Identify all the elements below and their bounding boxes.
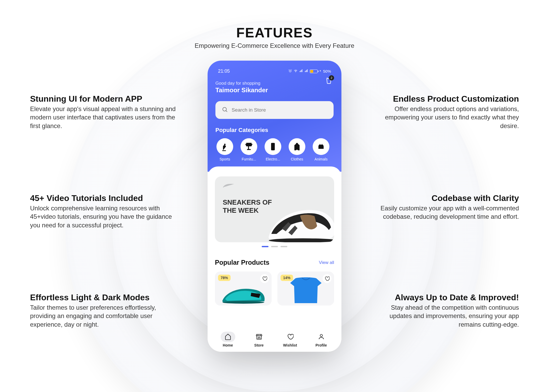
search-icon [222, 106, 228, 114]
profile-icon [318, 333, 325, 341]
username: Taimoor Sikander [215, 87, 334, 94]
nav-store[interactable]: Store [252, 332, 266, 347]
svg-point-9 [223, 107, 226, 111]
signal-icon [299, 69, 303, 73]
feature-body: Elevate your app's visual appeal with a … [30, 105, 176, 130]
nav-label: Wishlist [283, 343, 297, 347]
feature-light-dark: Effortless Light & Dark Modes Tailor the… [30, 293, 176, 329]
discount-badge: 78% [218, 275, 231, 281]
feature-body: Unlock comprehensive learning resources … [30, 204, 176, 229]
category-clothes[interactable]: Clothes [288, 138, 306, 161]
feature-body: Tailor themes to user preferences effort… [30, 303, 176, 329]
feature-body: Easily customize your app with a well-co… [373, 204, 519, 221]
svg-rect-4 [302, 69, 302, 72]
nav-profile[interactable]: Profile [314, 332, 329, 347]
store-icon [256, 333, 262, 341]
product-card-1[interactable]: 78% [215, 272, 272, 305]
battery-percent: 50% [323, 69, 331, 73]
feature-body: Offer endless product options and variat… [373, 105, 519, 130]
svg-rect-8 [307, 69, 308, 72]
cart-button[interactable]: 2 [325, 77, 333, 85]
nav-wishlist[interactable]: Wishlist [283, 332, 298, 347]
nav-label: Profile [316, 343, 327, 347]
svg-point-13 [320, 334, 322, 337]
category-label: Clothes [291, 157, 303, 161]
nav-label: Store [254, 343, 264, 347]
category-furniture[interactable]: Furnitu... [239, 138, 258, 161]
categories-row[interactable]: Sports Furnitu... Electro... Clothes Ani… [215, 138, 334, 161]
greeting: Good day for shopping [215, 81, 334, 86]
feature-heading: 45+ Video Tutorials Included [30, 193, 176, 203]
feature-heading: Effortless Light & Dark Modes [30, 293, 176, 302]
nav-label: Home [223, 343, 233, 347]
svg-rect-2 [300, 71, 301, 72]
product-image [286, 276, 325, 305]
product-card-2[interactable]: 14% [277, 272, 334, 305]
dot-2[interactable] [271, 246, 278, 247]
charge-icon [319, 69, 322, 73]
feature-heading: Codebase with Clarity [373, 193, 519, 203]
view-all-link[interactable]: View all [319, 260, 334, 265]
cart-badge: 2 [329, 75, 334, 80]
nav-home[interactable]: Home [221, 332, 235, 347]
carousel-dots[interactable] [215, 246, 334, 247]
svg-rect-10 [271, 143, 275, 150]
feature-body: Stay ahead of the competition with conti… [373, 303, 519, 329]
category-label: Furnitu... [242, 157, 256, 161]
svg-point-12 [222, 301, 264, 304]
category-electronics[interactable]: Electro... [264, 138, 282, 161]
feature-heading: Always Up to Date & Improved! [373, 293, 519, 302]
category-sports[interactable]: Sports [215, 138, 234, 161]
svg-rect-6 [306, 71, 306, 72]
svg-rect-7 [306, 70, 307, 72]
alarm-icon [288, 69, 292, 73]
nike-swoosh-icon [223, 183, 326, 189]
popular-products-title: Popular Products [215, 259, 269, 266]
sneaker-image [264, 192, 334, 242]
feature-video-tutorials: 45+ Video Tutorials Included Unlock comp… [30, 193, 176, 229]
wifi-icon [294, 69, 298, 73]
promo-banner[interactable]: SNEAKERS OF THE WEEK [215, 176, 334, 242]
search-bar[interactable] [215, 101, 334, 119]
popular-categories-label: Popular Categories [215, 127, 334, 134]
category-label: Electro... [266, 157, 280, 161]
dot-1[interactable] [262, 246, 268, 247]
product-image [220, 281, 267, 305]
feature-up-to-date: Always Up to Date & Improved! Stay ahead… [373, 293, 519, 329]
heart-icon [287, 333, 294, 341]
dot-3[interactable] [281, 246, 287, 247]
svg-rect-5 [305, 71, 305, 72]
feature-heading: Endless Product Customization [373, 94, 519, 104]
phone-mock: 21:05 50% Good day for shopping Taimoor … [208, 61, 341, 352]
svg-rect-3 [301, 70, 302, 72]
svg-rect-1 [300, 71, 300, 72]
status-time: 21:05 [218, 68, 230, 74]
category-label: Animals [314, 157, 328, 161]
home-icon [225, 333, 231, 341]
feature-heading: Stunning UI for Modern APP [30, 94, 176, 104]
feature-customization: Endless Product Customization Offer endl… [373, 94, 519, 130]
category-animals[interactable]: Animals [312, 138, 330, 161]
status-bar: 21:05 50% [215, 68, 334, 78]
signal-icon [305, 69, 308, 73]
feature-codebase: Codebase with Clarity Easily customize y… [373, 193, 519, 221]
bottom-nav: Home Store Wishlist Profile [208, 327, 341, 352]
battery-icon [310, 70, 318, 73]
category-label: Sports [220, 157, 230, 161]
search-input[interactable] [232, 107, 327, 113]
feature-stunning-ui: Stunning UI for Modern APP Elevate your … [30, 94, 176, 130]
